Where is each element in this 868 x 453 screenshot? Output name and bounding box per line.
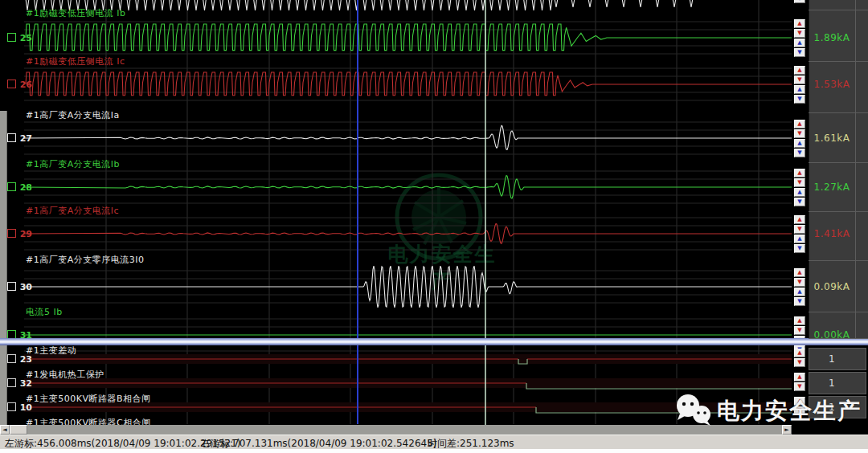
scale-down-button-30[interactable]: ▼: [794, 278, 805, 287]
scale-down-button-10[interactable]: ▼: [794, 406, 805, 415]
channel-label-28: #1高厂变A分支电流Ib: [26, 160, 120, 169]
scroll-left-icon: ◄: [2, 426, 6, 433]
waveform-trace-top: [26, 0, 693, 10]
window-bottom-edge: [0, 449, 868, 453]
shift-down-button-27[interactable]: ▼: [794, 149, 805, 157]
channel-checkbox-26[interactable]: [7, 80, 16, 88]
channel-value-10: 1: [809, 402, 855, 413]
channel-value-30: 0.09kA: [809, 281, 855, 292]
scale-down-button-26[interactable]: ▼: [794, 76, 805, 84]
channel-value-28: 1.27kA: [809, 182, 855, 193]
channel-number-10: 10: [18, 402, 32, 413]
shift-up-button-25[interactable]: ▲: [794, 39, 805, 47]
shift-up-button-27[interactable]: ▲: [794, 139, 805, 148]
channel-number-30: 30: [18, 282, 32, 292]
status-bar: 左游标:456.008ms(2018/04/09 19:01:02.291521…: [0, 435, 868, 450]
channel-checkbox-32[interactable]: [7, 378, 16, 387]
scale-up-button-10[interactable]: ▲: [794, 397, 805, 406]
channel-checkbox-23[interactable]: [7, 354, 16, 363]
shift-down-button-top[interactable]: ▼: [794, 0, 805, 3]
shift-down-button-26[interactable]: ▼: [794, 95, 805, 104]
scale-up-button-23[interactable]: ▲: [794, 349, 805, 357]
channel-checkbox-27[interactable]: [7, 133, 16, 142]
scroll-right-button[interactable]: ►: [782, 425, 792, 435]
channel-number-29: 29: [18, 229, 32, 239]
scale-up-button-26[interactable]: ▲: [794, 66, 805, 75]
channel-value-27: 1.61kA: [809, 133, 855, 144]
channel-value-32: 1: [809, 378, 855, 389]
scroll-right-icon: ►: [784, 426, 788, 433]
scale-up-button-29[interactable]: ▲: [794, 215, 805, 224]
value-panel-separator: [809, 10, 868, 10]
channel-number-23: 23: [18, 354, 32, 365]
shift-up-button-30[interactable]: ▲: [794, 288, 805, 296]
scale-down-button-28[interactable]: ▼: [794, 178, 805, 187]
channel-value-23: 1: [809, 353, 855, 365]
channel-number-25: 25: [18, 33, 32, 43]
channel-label-29: #1高厂变A分支电流Ic: [26, 206, 119, 216]
channel-label-31: 电流5 Ib: [26, 308, 63, 317]
scrollbar-thumb[interactable]: [10, 425, 27, 435]
scale-up-button-28[interactable]: ▲: [794, 169, 805, 178]
value-panel-separator: [809, 312, 868, 312]
scale-up-button-30[interactable]: ▲: [794, 268, 805, 277]
value-panel-separator: [809, 338, 868, 339]
channel-label-10: #1主变500KV断路器B相合闸: [26, 394, 151, 404]
shift-up-button-29[interactable]: ▲: [794, 235, 805, 243]
channel-checkbox-25[interactable]: [7, 33, 16, 42]
channel-checkbox-30[interactable]: [7, 282, 16, 291]
value-panel-separator: [809, 211, 868, 212]
channel-checkbox-29[interactable]: [7, 229, 16, 238]
channel-number-27: 27: [18, 133, 32, 144]
fault-recorder-window: 电力安全生产 ▲▼▲▼#1励磁变低压侧电流 Ib25▲▼▲▼1.89kA#1励磁…: [0, 0, 868, 453]
shift-down-button-28[interactable]: ▼: [794, 198, 805, 206]
shift-up-button-26[interactable]: ▲: [794, 85, 805, 94]
channel-label-30: #1高厂变A分支零序电流3I0: [26, 255, 144, 265]
channel-checkbox-28[interactable]: [7, 182, 16, 191]
value-panel-divider: [855, 0, 856, 338]
channel-label-25: #1励磁变低压侧电流 Ib: [26, 9, 125, 18]
shift-down-button-25[interactable]: ▼: [794, 48, 805, 57]
channel-number-32: 32: [18, 378, 32, 389]
channel-value-25: 1.89kA: [809, 32, 855, 43]
channel-label-27: #1高厂变A分支电流Ia: [26, 111, 120, 120]
value-panel-separator: [809, 61, 868, 62]
channel-number-28: 28: [18, 182, 32, 193]
scale-up-button-32[interactable]: ▲: [794, 373, 805, 382]
scale-down-button-29[interactable]: ▼: [794, 225, 805, 234]
shift-down-button-29[interactable]: ▼: [794, 244, 805, 253]
value-panel-separator: [809, 260, 868, 261]
scale-up-button-27[interactable]: ▲: [794, 120, 805, 129]
channel-label-23: #1主变差动: [26, 346, 76, 356]
value-panel-separator: [809, 112, 868, 113]
waveform-plot: [0, 0, 868, 453]
channel-value-26: 1.53kA: [809, 79, 855, 90]
scale-up-button-31[interactable]: ▲: [794, 316, 805, 325]
shift-down-button-30[interactable]: ▼: [794, 297, 805, 306]
channel-label-26: #1励磁变低压侧电流 Ic: [26, 57, 125, 67]
channel-number-26: 26: [18, 80, 32, 90]
scroll-left-button[interactable]: ◄: [0, 425, 10, 435]
value-panel-separator: [809, 162, 868, 163]
scale-up-button-25[interactable]: ▲: [794, 19, 805, 28]
analog-digital-divider[interactable]: [0, 338, 868, 345]
scale-down-button-23[interactable]: ▼: [794, 358, 805, 367]
scale-down-button-25[interactable]: ▼: [794, 29, 805, 38]
scale-down-button-32[interactable]: ▼: [794, 382, 805, 391]
scale-down-button-27[interactable]: ▼: [794, 129, 805, 138]
channel-checkbox-10[interactable]: [7, 402, 16, 411]
shift-up-button-28[interactable]: ▲: [794, 188, 805, 197]
channel-label-32: #1发电机热工保护: [26, 370, 104, 380]
scale-down-button-31[interactable]: ▼: [794, 326, 805, 335]
horizontal-scrollbar[interactable]: ◄ ►: [0, 425, 792, 435]
channel-value-29: 1.41kA: [809, 228, 855, 239]
